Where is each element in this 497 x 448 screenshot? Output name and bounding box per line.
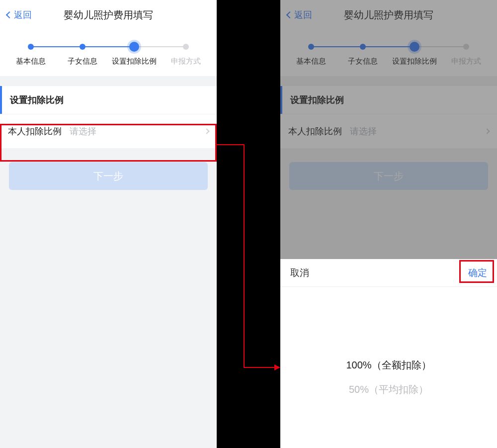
phone-screen-after: 返回 婴幼儿照护费用填写 基本信息 子女信息 设置扣除比例 申报方式 设置扣除比… [280,0,497,448]
step-child-info: 子女信息 [57,44,108,66]
step-basic-info: 基本信息 [5,44,57,66]
chevron-right-icon [204,128,209,134]
step-label: 设置扣除比例 [108,57,160,66]
picker-toolbar: 取消 确定 [280,259,497,287]
row-placeholder: 请选择 [70,125,205,137]
step-deduction-ratio: 设置扣除比例 [108,44,160,66]
picker-confirm-button[interactable]: 确定 [468,267,487,279]
step-dot-icon [80,44,85,50]
page-title: 婴幼儿照护费用填写 [0,8,217,22]
step-dot-icon [183,44,189,50]
picker-option-selected[interactable]: 100%（全额扣除） [346,358,431,372]
picker-sheet: 取消 确定 100%（全额扣除） 50%（平均扣除） [280,259,497,448]
row-label: 本人扣除比例 [8,125,62,137]
step-declare-method: 申报方式 [160,44,212,66]
step-dot-icon [28,44,34,50]
progress-stepper: 基本信息 子女信息 设置扣除比例 申报方式 [0,30,217,76]
step-label: 子女信息 [57,57,108,66]
picker-cancel-button[interactable]: 取消 [290,267,309,279]
annotation-arrow [244,367,275,368]
step-label: 申报方式 [160,57,212,66]
phone-screen-before: 返回 婴幼儿照护费用填写 基本信息 子女信息 设置扣除比例 申报方式 设置扣除比… [0,0,217,448]
spacer [0,76,217,86]
section-title: 设置扣除比例 [0,86,217,114]
back-label: 返回 [14,9,32,21]
next-button-label: 下一步 [93,170,123,183]
picker-wheel[interactable]: 100%（全额扣除） 50%（平均扣除） [280,287,497,448]
picker-option[interactable]: 50%（平均扣除） [349,383,428,396]
nav-bar: 返回 婴幼儿照护费用填写 [0,0,217,30]
step-label: 基本信息 [5,57,57,66]
annotation-arrow-head-icon [274,364,280,370]
back-button[interactable]: 返回 [7,9,32,21]
deduction-ratio-row[interactable]: 本人扣除比例 请选择 [0,114,217,148]
chevron-left-icon [6,11,13,18]
annotation-arrow [244,144,245,368]
annotation-arrow [217,144,244,145]
step-dot-icon [129,42,139,52]
next-button[interactable]: 下一步 [9,162,208,190]
modal-dim-overlay[interactable] [280,0,497,259]
